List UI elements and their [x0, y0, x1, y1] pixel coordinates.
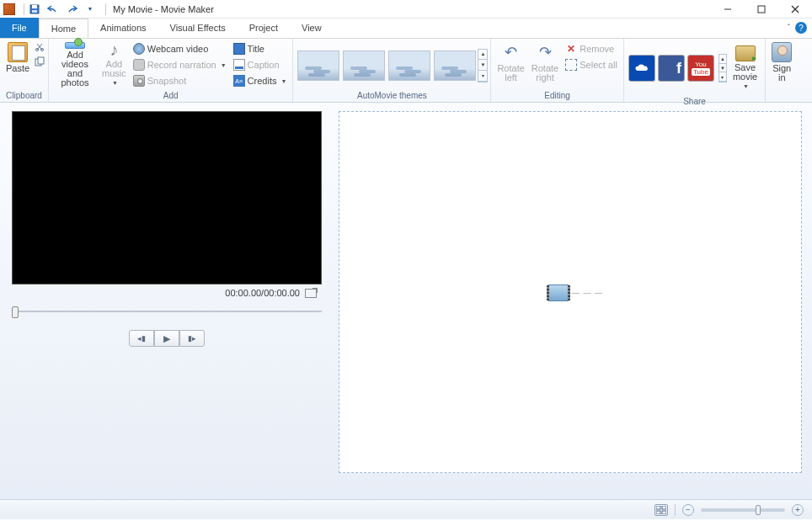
scroll-up-icon[interactable]: ▲: [478, 50, 487, 61]
rotate-left-label: Rotate left: [497, 64, 524, 82]
app-icon[interactable]: [3, 3, 15, 15]
svg-rect-13: [656, 506, 660, 509]
snapshot-button[interactable]: Snapshot: [131, 73, 228, 88]
slider-thumb[interactable]: [12, 306, 19, 318]
select-all-button[interactable]: Select all: [564, 57, 619, 72]
tab-project[interactable]: Project: [238, 19, 290, 38]
snapshot-label: Snapshot: [147, 76, 186, 86]
ribbon: Paste Clipboard Add videos and photos ♪ …: [0, 39, 812, 103]
zoom-thumb[interactable]: [756, 505, 761, 515]
ribbon-tabs: File Home Animations Visual Effects Proj…: [0, 19, 812, 39]
zoom-in-button[interactable]: +: [792, 504, 804, 516]
save-movie-button[interactable]: Save movie ▼: [729, 44, 761, 93]
add-music-button[interactable]: ♪ Add music ▼: [99, 40, 130, 89]
tab-view[interactable]: View: [290, 19, 334, 38]
slider-track: [12, 311, 322, 312]
tab-animations[interactable]: Animations: [88, 19, 158, 38]
cut-icon[interactable]: [35, 42, 45, 52]
copy-icon[interactable]: [35, 56, 45, 66]
storyboard[interactable]: — — —: [339, 111, 802, 473]
credits-icon: A≡: [233, 75, 245, 87]
seek-slider[interactable]: [12, 305, 322, 318]
add-vp-label: Add videos and photos: [55, 51, 95, 88]
thumbnail-view-icon[interactable]: [654, 504, 668, 516]
title-icon: [233, 43, 245, 55]
group-editing: ↶ Rotate left ↷ Rotate right ✕Remove Sel…: [491, 39, 623, 102]
add-videos-photos-icon: [65, 42, 85, 49]
redo-icon[interactable]: [65, 3, 78, 16]
scroll-down-icon[interactable]: ▼: [478, 60, 487, 71]
remove-button[interactable]: ✕Remove: [564, 41, 619, 56]
sign-in-button[interactable]: Sign in: [768, 40, 795, 89]
video-preview[interactable]: [12, 111, 322, 284]
dropdown-icon: ▼: [112, 78, 118, 88]
time-display-row: 00:00.00/00:00.00: [12, 284, 322, 301]
rotate-right-button[interactable]: ↷ Rotate right: [528, 40, 562, 89]
preview-pane: 00:00.00/00:00.00 ◂▮ ▶ ▮▸: [0, 103, 335, 499]
mic-icon: [133, 59, 145, 71]
select-all-label: Select all: [580, 60, 617, 70]
svg-rect-16: [662, 511, 666, 514]
onedrive-button[interactable]: [628, 55, 655, 82]
dropdown-icon: ▼: [221, 62, 227, 68]
dropdown-icon: ▼: [280, 78, 286, 84]
svg-rect-15: [656, 511, 660, 514]
save-icon[interactable]: [28, 3, 41, 16]
yt-text-top: You: [695, 61, 707, 68]
scroll-up-icon[interactable]: ▲: [719, 55, 726, 64]
separator: [24, 3, 24, 15]
prev-frame-button[interactable]: ◂▮: [129, 330, 154, 347]
next-frame-button[interactable]: ▮▸: [179, 330, 205, 347]
filmstrip-icon: [548, 284, 569, 301]
credits-button[interactable]: A≡Credits▼: [232, 73, 289, 88]
share-gallery-scroll: ▲ ▼ ▾: [719, 54, 727, 82]
webcam-video-button[interactable]: Webcam video: [131, 41, 228, 56]
add-videos-photos-button[interactable]: Add videos and photos: [51, 40, 99, 89]
fullscreen-icon[interactable]: [305, 289, 317, 298]
undo-icon[interactable]: [46, 3, 60, 16]
qat-dropdown-icon[interactable]: ▼: [83, 3, 97, 16]
maximize-button[interactable]: [745, 0, 778, 19]
caption-label: Caption: [248, 60, 280, 70]
close-button[interactable]: [778, 0, 812, 19]
separator: [105, 3, 106, 15]
collapse-ribbon-icon[interactable]: ˆ: [788, 24, 790, 33]
ribbon-help-area: ˆ ?: [788, 22, 807, 34]
svg-rect-4: [758, 6, 765, 13]
title-button[interactable]: Title: [232, 41, 289, 56]
sign-in-label: Sign in: [772, 64, 791, 82]
record-label: Record narration: [147, 60, 216, 70]
caption-button[interactable]: Caption: [232, 57, 289, 72]
record-narration-button[interactable]: Record narration▼: [131, 57, 228, 72]
facebook-button[interactable]: f: [658, 55, 685, 82]
play-button[interactable]: ▶: [154, 330, 179, 347]
caption-icon: [233, 59, 245, 71]
theme-gallery-scroll: ▲ ▼ ▾: [478, 49, 488, 82]
group-label: Editing: [494, 90, 620, 102]
automovie-theme[interactable]: [388, 51, 430, 81]
group-signin: Sign in: [766, 39, 798, 102]
gallery-expand-icon[interactable]: ▾: [719, 72, 726, 82]
automovie-theme[interactable]: [297, 51, 339, 81]
help-icon[interactable]: ?: [795, 22, 807, 34]
paste-button[interactable]: Paste: [3, 40, 33, 89]
paste-label: Paste: [6, 64, 29, 73]
tab-visual-effects[interactable]: Visual Effects: [158, 19, 238, 38]
group-clipboard: Paste Clipboard: [0, 39, 49, 102]
automovie-theme[interactable]: [343, 51, 385, 81]
youtube-button[interactable]: YouTube: [687, 55, 714, 82]
zoom-out-button[interactable]: −: [682, 504, 694, 516]
file-tab[interactable]: File: [0, 18, 39, 38]
automovie-theme[interactable]: [434, 51, 476, 81]
yt-text-bot: Tube: [692, 68, 710, 76]
window-controls: [711, 0, 812, 19]
title-label: Title: [248, 44, 264, 54]
separator: [675, 504, 676, 516]
gallery-expand-icon[interactable]: ▾: [478, 71, 487, 82]
rotate-left-button[interactable]: ↶ Rotate left: [494, 40, 527, 89]
zoom-slider[interactable]: [701, 508, 785, 512]
minimize-button[interactable]: [711, 0, 745, 19]
svg-rect-1: [32, 5, 37, 8]
tab-home[interactable]: Home: [39, 19, 88, 38]
scroll-down-icon[interactable]: ▼: [719, 64, 726, 73]
